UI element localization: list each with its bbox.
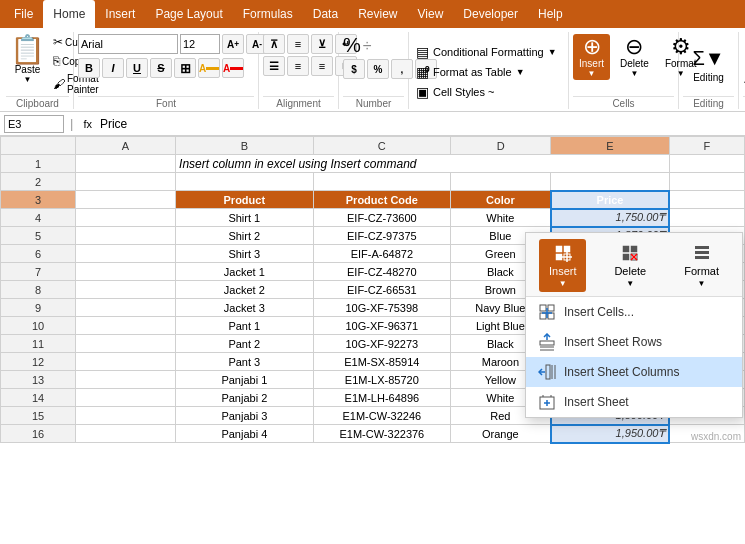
- cell-product-4[interactable]: Shirt 1: [176, 209, 314, 227]
- fx-label[interactable]: fx: [83, 118, 92, 130]
- delete-button[interactable]: ⊖ Delete ▼: [614, 34, 655, 80]
- dropdown-format-btn[interactable]: Format ▼: [674, 239, 729, 292]
- align-middle-button[interactable]: ≡: [287, 34, 309, 54]
- border-button[interactable]: ⊞: [174, 58, 196, 78]
- cell-product-14[interactable]: Panjabi 2: [176, 389, 314, 407]
- cell-a2[interactable]: [76, 173, 176, 191]
- tab-insert[interactable]: Insert: [95, 0, 145, 28]
- cell-product-5[interactable]: Shirt 2: [176, 227, 314, 245]
- align-right-button[interactable]: ≡: [311, 56, 333, 76]
- editing-button[interactable]: Σ▼: [692, 47, 724, 70]
- cell-product-7[interactable]: Jacket 1: [176, 263, 314, 281]
- cell-code-7[interactable]: EIF-CZ-48270: [313, 263, 451, 281]
- bold-button[interactable]: B: [78, 58, 100, 78]
- align-center-button[interactable]: ≡: [287, 56, 309, 76]
- font-name-input[interactable]: [78, 34, 178, 54]
- paste-button[interactable]: 📋 Paste ▼: [6, 34, 49, 96]
- cell-a1[interactable]: [76, 155, 176, 173]
- increase-font-button[interactable]: A+: [222, 34, 244, 54]
- tab-data[interactable]: Data: [303, 0, 348, 28]
- col-header-e[interactable]: E: [551, 137, 670, 155]
- conditional-formatting-button[interactable]: ▤ Conditional Formatting ▼: [413, 43, 560, 61]
- cell-a3[interactable]: [76, 191, 176, 209]
- cell-price-16[interactable]: 1,950.00₸: [551, 425, 670, 443]
- tab-home[interactable]: Home: [43, 0, 95, 28]
- tab-file[interactable]: File: [4, 0, 43, 28]
- insert-sheet-item[interactable]: Insert Sheet: [526, 387, 742, 417]
- cell-f3[interactable]: [669, 191, 744, 209]
- cell-a4[interactable]: [76, 209, 176, 227]
- percent-button[interactable]: %: [367, 59, 389, 79]
- row-header-15[interactable]: 15: [1, 407, 76, 425]
- row-header-8[interactable]: 8: [1, 281, 76, 299]
- fill-color-button[interactable]: A: [198, 58, 220, 78]
- font-color-button[interactable]: A: [222, 58, 244, 78]
- insert-sheet-columns-item[interactable]: Insert Sheet Columns: [526, 357, 742, 387]
- cell-product-10[interactable]: Pant 1: [176, 317, 314, 335]
- cell-a9[interactable]: [76, 299, 176, 317]
- cell-a11[interactable]: [76, 335, 176, 353]
- row-header-1[interactable]: 1: [1, 155, 76, 173]
- dropdown-delete-btn[interactable]: Delete ▼: [604, 239, 656, 292]
- row-header-3[interactable]: 3: [1, 191, 76, 209]
- cell-a7[interactable]: [76, 263, 176, 281]
- cell-code-13[interactable]: E1M-LX-85720: [313, 371, 451, 389]
- row-header-16[interactable]: 16: [1, 425, 76, 443]
- cell-price-4[interactable]: 1,750.00₸: [551, 209, 670, 227]
- col-header-b[interactable]: B: [176, 137, 314, 155]
- cell-product-11[interactable]: Pant 2: [176, 335, 314, 353]
- header-code[interactable]: Product Code: [313, 191, 451, 209]
- cell-product-8[interactable]: Jacket 2: [176, 281, 314, 299]
- header-price[interactable]: Price: [551, 191, 670, 209]
- align-bottom-button[interactable]: ⊻: [311, 34, 333, 54]
- row-header-7[interactable]: 7: [1, 263, 76, 281]
- cell-a5[interactable]: [76, 227, 176, 245]
- row-header-13[interactable]: 13: [1, 371, 76, 389]
- cell-e2[interactable]: [551, 173, 670, 191]
- cell-d2[interactable]: [451, 173, 551, 191]
- cell-code-12[interactable]: E1M-SX-85914: [313, 353, 451, 371]
- header-color[interactable]: Color: [451, 191, 551, 209]
- strikethrough-button[interactable]: S: [150, 58, 172, 78]
- insert-cells-item[interactable]: Insert Cells...: [526, 297, 742, 327]
- row-header-14[interactable]: 14: [1, 389, 76, 407]
- cell-code-5[interactable]: EIF-CZ-97375: [313, 227, 451, 245]
- row-header-2[interactable]: 2: [1, 173, 76, 191]
- currency-button[interactable]: $: [343, 59, 365, 79]
- cell-product-15[interactable]: Panjabi 3: [176, 407, 314, 425]
- row-header-12[interactable]: 12: [1, 353, 76, 371]
- insert-button[interactable]: ⊕ Insert ▼: [573, 34, 610, 80]
- col-header-f[interactable]: F: [669, 137, 744, 155]
- cell-code-10[interactable]: 10G-XF-96371: [313, 317, 451, 335]
- tab-view[interactable]: View: [408, 0, 454, 28]
- cell-styles-button[interactable]: ▣ Cell Styles ~: [413, 83, 497, 101]
- cell-c2[interactable]: [313, 173, 451, 191]
- row-header-10[interactable]: 10: [1, 317, 76, 335]
- cell-a12[interactable]: [76, 353, 176, 371]
- underline-button[interactable]: U: [126, 58, 148, 78]
- font-size-input[interactable]: [180, 34, 220, 54]
- cell-a13[interactable]: [76, 371, 176, 389]
- italic-button[interactable]: I: [102, 58, 124, 78]
- cell-code-14[interactable]: E1M-LH-64896: [313, 389, 451, 407]
- cell-a10[interactable]: [76, 317, 176, 335]
- cell-a16[interactable]: [76, 425, 176, 443]
- cell-code-6[interactable]: EIF-A-64872: [313, 245, 451, 263]
- header-product[interactable]: Product: [176, 191, 314, 209]
- cell-color-16[interactable]: Orange: [451, 425, 551, 443]
- row-header-4[interactable]: 4: [1, 209, 76, 227]
- cell-b2[interactable]: [176, 173, 314, 191]
- row-header-5[interactable]: 5: [1, 227, 76, 245]
- tab-developer[interactable]: Developer: [453, 0, 528, 28]
- cell-product-16[interactable]: Panjabi 4: [176, 425, 314, 443]
- cell-a14[interactable]: [76, 389, 176, 407]
- row-header-11[interactable]: 11: [1, 335, 76, 353]
- cell-a6[interactable]: [76, 245, 176, 263]
- col-header-d[interactable]: D: [451, 137, 551, 155]
- cell-f2[interactable]: [669, 173, 744, 191]
- format-as-table-button[interactable]: ▦ Format as Table ▼: [413, 63, 528, 81]
- row-header-6[interactable]: 6: [1, 245, 76, 263]
- cell-code-9[interactable]: 10G-XF-75398: [313, 299, 451, 317]
- cell-f4[interactable]: [669, 209, 744, 227]
- row-header-9[interactable]: 9: [1, 299, 76, 317]
